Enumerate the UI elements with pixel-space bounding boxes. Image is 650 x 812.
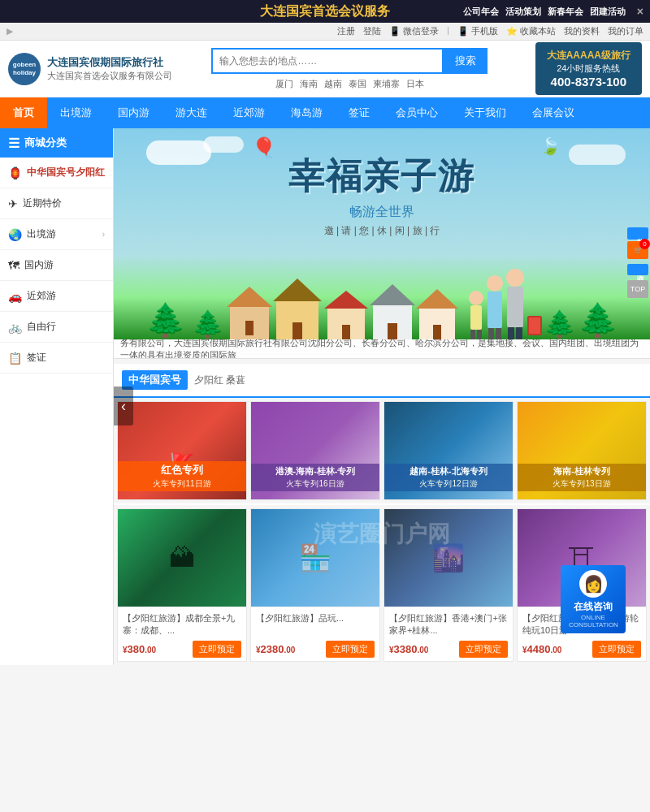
nav-suburban[interactable]: 近郊游 (220, 97, 278, 128)
consult-title: 在线咨询 (569, 600, 618, 614)
link-1[interactable]: 公司年会 (463, 6, 499, 18)
hotline-number: 400-8373-100 (547, 75, 630, 89)
register-link[interactable]: 注册 (337, 25, 355, 37)
product-card-vietnam[interactable]: 越南-桂林-北海专列 火车专列12日游 (384, 401, 514, 500)
map-icon: 🗺 (8, 259, 20, 272)
woman-figure (487, 275, 503, 339)
menu-icon: ☰ (8, 136, 20, 151)
nav-outbound[interactable]: 出境游 (47, 97, 105, 128)
sidebar-item-special[interactable]: ✈ 近期特价 (0, 188, 113, 219)
top-ad-banner: 大连国宾首选会议服务 公司年会 活动策划 新春年会 团建活动 × (0, 0, 650, 23)
sidebar-item-domestic[interactable]: 🗺 国内游 (0, 250, 113, 281)
book-btn-sichuan[interactable]: 立即预定 (193, 641, 241, 658)
card1-label: 红色专列 火车专列11日游 (118, 461, 246, 491)
book-btn-shop[interactable]: 立即预定 (326, 641, 375, 658)
right-info: 大连AAAAA级旅行 24小时服务热线 400-8373-100 (535, 42, 642, 95)
price-row-hk: ¥3380.00 立即预定 (389, 641, 508, 658)
nav-dalian[interactable]: 游大连 (162, 97, 220, 128)
man-figure (506, 269, 524, 339)
link-3[interactable]: 新春年会 (548, 6, 583, 18)
hero-title: 幸福亲子游 (288, 153, 475, 201)
product-card-macao[interactable]: 港澳-海南-桂林-专列 火车专列16日游 (250, 401, 380, 500)
sidebar: ☰ 商城分类 🏮 中华国宾号夕阳红 ✈ 近期特价 🌏 出境游 › 🗺 国内游 🚗… (0, 128, 114, 665)
nav-exhibition[interactable]: 会展会议 (519, 97, 587, 128)
hero-banner: 🎈 🍃 幸福亲子游 畅游全世界 邀 | 请 | 您 | 休 | 闲 | 旅 | … (114, 128, 650, 339)
link-4[interactable]: 团建活动 (590, 6, 626, 18)
float-panel: 购物车 🛒 0 收藏 TOP (627, 227, 648, 298)
tag-xiamen[interactable]: 厦门 (275, 78, 293, 90)
logo-text: 大连国宾假期国际旅行社 大连国宾首选会议服务有限公司 (47, 55, 172, 82)
product-card-red[interactable]: 🚩 红色专列 火车专列11日游 (117, 401, 247, 500)
tag-cambodia[interactable]: 柬埔寨 (373, 78, 400, 90)
search-input[interactable] (211, 48, 444, 74)
search-box: 搜索 (211, 48, 488, 74)
product-desc-hk: 【夕阳红旅游】香港+澳门+张家界+桂林... (389, 612, 508, 637)
nav-home[interactable]: 首页 (0, 97, 47, 128)
wechat-login[interactable]: 📱 微信登录 (389, 25, 439, 37)
top-nav-bar: ▶ 注册 登陆 📱 微信登录 | 📱 手机版 ⭐ 收藏本站 我的资料 我的订单 (0, 23, 650, 41)
product-card-hainan[interactable]: 海南-桂林专列 火车专列13日游 (517, 401, 647, 500)
nav-visa[interactable]: 签证 (336, 97, 383, 128)
sidebar-item-label: 出境游 (27, 227, 56, 241)
sidebar-item-label: 近郊游 (27, 289, 56, 303)
nav-member[interactable]: 会员中心 (383, 97, 451, 128)
tree-left-2: 🌲 (192, 309, 224, 339)
scroll-text: 务有限公司，大连国宾假期国际旅行社有限公司沈阳分公司、长春分公司、哈尔滨分公司，… (120, 339, 644, 359)
favorite-link[interactable]: ⭐ 收藏本站 (506, 25, 556, 37)
tag-hainan[interactable]: 海南 (300, 78, 318, 90)
my-profile-link[interactable]: 我的资料 (564, 25, 600, 37)
product-card-sichuan[interactable]: 🏔 【夕阳红旅游】成都全景+九寨：成都、... ¥380.00 立即预定 (117, 508, 247, 662)
sidebar-item-self-drive[interactable]: 🚲 自由行 (0, 312, 113, 343)
arrow-icon: › (102, 230, 105, 239)
top-banner-text: 大连国宾首选会议服务 (260, 3, 390, 20)
tag-vietnam[interactable]: 越南 (324, 78, 342, 90)
luggage-icon (527, 316, 542, 335)
sidebar-item-featured[interactable]: 🏮 中华国宾号夕阳红 (0, 158, 113, 188)
float-top[interactable]: TOP (627, 280, 648, 298)
bike-icon: 🚲 (8, 321, 22, 334)
product-img-red: 🚩 红色专列 火车专列11日游 (118, 402, 246, 499)
search-button[interactable]: 搜索 (444, 48, 488, 74)
tree-right: 🌲 (544, 309, 576, 339)
nav-domestic[interactable]: 国内游 (105, 97, 162, 128)
product-card-shop[interactable]: 🏪 【夕阳红旅游】品玩... ¥2380.00 立即预定 (250, 508, 380, 662)
child-figure (469, 291, 483, 339)
logo-line2: 大连国宾首选会议服务有限公司 (47, 70, 172, 82)
mobile-version[interactable]: 📱 手机版 (457, 25, 498, 37)
hotline-label: 24小时服务热线 (547, 63, 630, 75)
tree-right-2: 🌲 (578, 301, 618, 339)
product-img-macao: 港澳-海南-桂林-专列 火车专列16日游 (251, 402, 379, 499)
product-card-hk[interactable]: 🌆 【夕阳红旅游】香港+澳门+张家界+桂林... ¥3380.00 立即预定 (384, 508, 514, 662)
my-orders-link[interactable]: 我的订单 (608, 25, 644, 37)
product-img-hk: 🌆 (384, 509, 513, 607)
tag-japan[interactable]: 日本 (406, 78, 424, 90)
sidebar-item-suburban[interactable]: 🚗 近郊游 (0, 281, 113, 312)
sidebar-item-visa[interactable]: 📋 签证 (0, 343, 113, 374)
book-btn-sanxia[interactable]: 立即预定 (592, 641, 641, 658)
house-4 (370, 284, 414, 339)
sidebar-item-outbound[interactable]: 🌏 出境游 › (0, 219, 113, 250)
section-subtitle: 夕阳红 桑葚 (194, 374, 245, 387)
close-icon[interactable]: × (637, 5, 644, 18)
plane-icon: ✈ (8, 197, 18, 210)
house-3 (323, 291, 368, 339)
price-sanxia: ¥4480.00 (522, 643, 561, 655)
float-cart-icon[interactable]: 🛒 0 (627, 241, 648, 259)
book-btn-hk[interactable]: 立即预定 (459, 641, 508, 658)
header-main: gobeenholiday 大连国宾假期国际旅行社 大连国宾首选会议服务有限公司… (0, 41, 650, 97)
float-collect[interactable]: 收藏 (627, 264, 648, 275)
price-row-sichuan: ¥380.00 立即预定 (123, 641, 241, 658)
logo-icon: gobeenholiday (8, 53, 41, 85)
link-2[interactable]: 活动策划 (505, 6, 541, 18)
leaf-icon: 🍃 (540, 136, 561, 156)
nav-island[interactable]: 海岛游 (278, 97, 336, 128)
sidebar-item-label: 自由行 (27, 320, 56, 334)
top-banner-links: 公司年会 活动策划 新春年会 团建活动 (463, 6, 626, 18)
tag-thailand[interactable]: 泰国 (349, 78, 366, 90)
prev-arrow[interactable]: ‹ (114, 387, 133, 425)
product-bottom-sichuan: 【夕阳红旅游】成都全景+九寨：成都、... ¥380.00 立即预定 (118, 607, 246, 661)
online-consult[interactable]: 👩 在线咨询 ONLINE CONSULTATION (561, 565, 626, 633)
login-link[interactable]: 登陆 (363, 25, 381, 37)
nav-about[interactable]: 关于我们 (451, 97, 519, 128)
float-shopping[interactable]: 购物车 (627, 227, 648, 240)
